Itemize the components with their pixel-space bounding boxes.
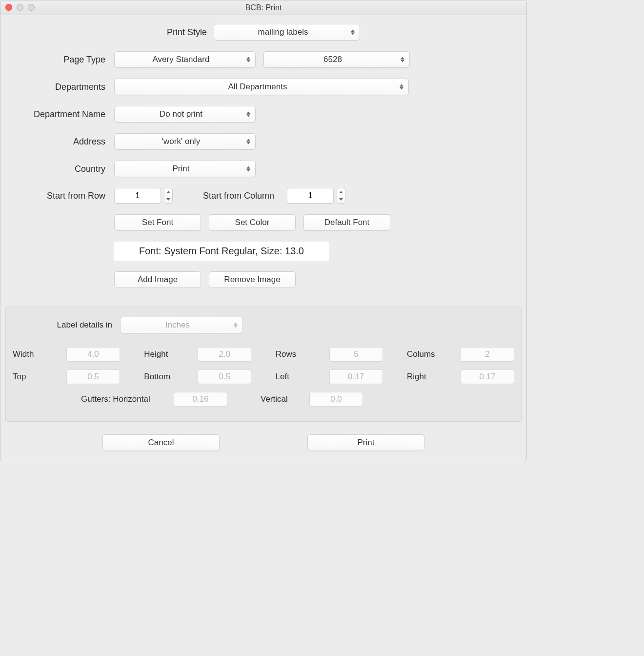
right-label: Right xyxy=(407,372,456,382)
units-popup[interactable]: Inches xyxy=(120,317,243,333)
gutter-vertical-field[interactable] xyxy=(309,392,363,407)
print-button[interactable]: Print xyxy=(307,434,424,451)
add-image-button[interactable]: Add Image xyxy=(114,271,201,288)
stepper-up-icon xyxy=(337,188,345,196)
gutters-vertical-label: Vertical xyxy=(261,394,304,404)
close-window-button[interactable] xyxy=(5,4,12,11)
height-label: Height xyxy=(144,349,193,359)
chevron-updown-icon xyxy=(246,57,250,62)
department-name-label: Department Name xyxy=(14,109,114,120)
bottom-field[interactable] xyxy=(198,369,251,384)
units-value: Inches xyxy=(165,320,190,330)
dialog-content: Print Style mailing labels Page Type Ave… xyxy=(0,15,526,461)
gutter-horizontal-field[interactable] xyxy=(174,392,227,407)
set-color-button[interactable]: Set Color xyxy=(209,214,296,231)
rows-field[interactable] xyxy=(329,347,383,362)
window-title: BCB: Print xyxy=(245,3,282,12)
page-type-number-popup[interactable]: 6528 xyxy=(263,51,410,68)
label-details-panel: Label details in Inches Width Height Row… xyxy=(5,307,522,422)
cols-label: Colums xyxy=(407,349,456,359)
titlebar: BCB: Print xyxy=(0,0,526,15)
width-field[interactable] xyxy=(66,347,120,362)
remove-image-button[interactable]: Remove Image xyxy=(209,271,296,288)
start-col-input[interactable] xyxy=(287,188,334,204)
country-popup[interactable]: Print xyxy=(114,161,256,177)
height-field[interactable] xyxy=(198,347,251,362)
chevron-updown-icon xyxy=(246,139,250,144)
set-font-button[interactable]: Set Font xyxy=(114,214,201,231)
label-details-in-label: Label details in xyxy=(13,320,120,330)
top-label: Top xyxy=(13,372,61,382)
address-label: Address xyxy=(14,137,114,147)
rows-label: Rows xyxy=(276,349,324,359)
address-value: 'work' only xyxy=(162,137,200,146)
start-row-stepper-buttons[interactable] xyxy=(164,188,173,204)
start-row-input[interactable] xyxy=(114,188,161,204)
chevron-updown-icon xyxy=(400,84,403,90)
font-display: Font: System Font Regular, Size: 13.0 xyxy=(114,242,329,261)
departments-label: Departments xyxy=(14,82,114,92)
stepper-up-icon xyxy=(164,188,172,196)
traffic-lights xyxy=(5,4,35,11)
departments-value: All Departments xyxy=(228,82,287,92)
page-type-vendor-value: Avery Standard xyxy=(153,55,210,64)
minimize-window-button[interactable] xyxy=(17,4,23,11)
print-style-label: Print Style xyxy=(167,27,214,38)
left-field[interactable] xyxy=(329,369,383,384)
width-label: Width xyxy=(13,349,61,359)
chevron-updown-icon xyxy=(401,57,404,62)
country-label: Country xyxy=(14,164,114,174)
stepper-down-icon xyxy=(164,196,172,204)
page-type-label: Page Type xyxy=(14,55,114,65)
chevron-updown-icon xyxy=(246,112,250,117)
chevron-updown-icon xyxy=(234,323,238,328)
left-label: Left xyxy=(276,372,324,382)
default-font-button[interactable]: Default Font xyxy=(303,214,390,231)
print-style-value: mailing labels xyxy=(258,27,308,37)
bottom-label: Bottom xyxy=(144,372,193,382)
start-col-stepper xyxy=(287,188,345,204)
department-name-popup[interactable]: Do not print xyxy=(114,106,256,123)
print-style-popup[interactable]: mailing labels xyxy=(214,24,360,41)
chevron-updown-icon xyxy=(351,30,355,35)
department-name-value: Do not print xyxy=(160,109,202,119)
zoom-window-button[interactable] xyxy=(28,4,35,11)
address-popup[interactable]: 'work' only xyxy=(114,133,256,150)
start-row-stepper xyxy=(114,188,173,204)
start-col-stepper-buttons[interactable] xyxy=(337,188,345,204)
stepper-down-icon xyxy=(337,196,345,204)
right-field[interactable] xyxy=(461,369,514,384)
departments-popup[interactable]: All Departments xyxy=(114,79,409,95)
gutters-horizontal-label: Gutters: Horizontal xyxy=(81,394,169,404)
top-field[interactable] xyxy=(66,369,120,384)
country-value: Print xyxy=(173,164,190,174)
cancel-button[interactable]: Cancel xyxy=(102,434,220,451)
print-dialog-window: BCB: Print Print Style mailing labels Pa… xyxy=(0,0,527,461)
start-row-label: Start from Row xyxy=(14,191,114,201)
cols-field[interactable] xyxy=(461,347,514,362)
page-type-vendor-popup[interactable]: Avery Standard xyxy=(114,51,256,68)
chevron-updown-icon xyxy=(246,166,250,172)
page-type-number-value: 6528 xyxy=(323,55,342,64)
start-col-label: Start from Column xyxy=(203,191,279,201)
